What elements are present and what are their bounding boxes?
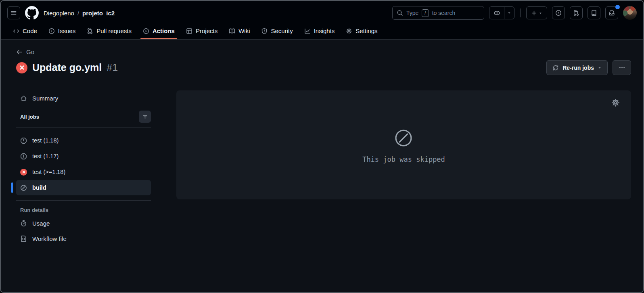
tab-settings[interactable]: Settings xyxy=(340,23,383,39)
run-options-kebab-button[interactable] xyxy=(613,60,631,75)
copilot-dropdown-button[interactable] xyxy=(504,7,514,19)
breadcrumb: Diegopleno / projeto_ic2 xyxy=(44,10,115,17)
slash-key-hint: / xyxy=(422,9,429,17)
home-icon xyxy=(20,95,27,102)
tab-code[interactable]: Code xyxy=(7,23,43,39)
back-link[interactable]: Go xyxy=(16,48,34,55)
filter-jobs-button[interactable] xyxy=(139,111,151,123)
job-detail-panel: This job was skipped xyxy=(176,90,631,199)
inbox-icon xyxy=(608,10,615,16)
sidebar-item-usage[interactable]: Usage xyxy=(16,216,151,231)
copilot-button[interactable] xyxy=(489,7,504,19)
issue-opened-icon xyxy=(48,28,55,34)
create-new-button[interactable] xyxy=(526,6,547,19)
run-number: #1 xyxy=(107,62,118,73)
chevron-down-icon xyxy=(507,11,511,15)
run-body: Summary All jobs test (1.18) xyxy=(16,90,631,246)
hamburger-icon xyxy=(10,10,17,16)
repo-icon xyxy=(591,10,597,16)
git-pull-request-icon xyxy=(87,28,93,34)
rerun-jobs-label: Re-run jobs xyxy=(562,65,594,71)
issue-opened-icon xyxy=(555,10,562,16)
sidebar-item-summary[interactable]: Summary xyxy=(16,90,151,106)
breadcrumb-repo[interactable]: projeto_ic2 xyxy=(82,10,115,17)
github-logo[interactable] xyxy=(25,6,39,20)
job-label: test (>=1.18) xyxy=(32,169,65,175)
tab-label: Projects xyxy=(196,27,217,34)
copilot-split-button xyxy=(489,6,514,19)
tab-label: Pull requests xyxy=(96,27,132,34)
all-jobs-label: All jobs xyxy=(20,114,39,120)
x-icon xyxy=(19,65,25,70)
notification-dot xyxy=(615,5,620,9)
x-icon xyxy=(22,170,25,174)
tab-label: Code xyxy=(23,27,37,34)
pull-requests-button[interactable] xyxy=(570,6,583,19)
graph-icon xyxy=(304,28,311,34)
search-icon xyxy=(397,10,403,16)
plus-icon xyxy=(531,10,537,16)
stopwatch-icon xyxy=(20,220,27,227)
sidebar-item-workflow-file[interactable]: Workflow file xyxy=(16,231,151,246)
tab-label: Wiki xyxy=(238,27,250,34)
rerun-jobs-button[interactable]: Re-run jobs xyxy=(546,60,608,75)
skipped-message: This job was skipped xyxy=(362,155,445,163)
chevron-down-icon xyxy=(598,66,602,70)
breadcrumb-separator: / xyxy=(77,10,79,17)
job-label: build xyxy=(32,184,46,191)
tab-label: Issues xyxy=(58,27,75,34)
back-link-label: Go xyxy=(26,48,34,55)
log-settings-gear-button[interactable] xyxy=(611,98,620,108)
run-details-header: Run details xyxy=(20,207,151,213)
sidebar-divider xyxy=(16,200,151,201)
table-icon xyxy=(186,28,192,34)
filter-icon xyxy=(142,114,148,120)
tab-projects[interactable]: Projects xyxy=(180,23,223,39)
stale-octagon-icon xyxy=(20,137,27,144)
stale-octagon-icon xyxy=(20,153,27,160)
repo-button[interactable] xyxy=(588,6,600,19)
skipped-message-block: This job was skipped xyxy=(362,129,445,163)
tab-pull-requests[interactable]: Pull requests xyxy=(81,23,137,39)
search-placeholder-prefix: Type xyxy=(406,10,418,16)
shield-icon xyxy=(261,28,268,34)
tab-issues[interactable]: Issues xyxy=(43,23,81,39)
job-item-build[interactable]: build xyxy=(16,180,151,195)
header-divider xyxy=(520,8,521,17)
job-item-test-1-17[interactable]: test (1.17) xyxy=(16,149,151,164)
tab-label: Actions xyxy=(153,27,175,34)
play-icon xyxy=(143,28,149,34)
job-label: test (1.18) xyxy=(32,137,59,144)
repo-nav-tabs: Code Issues Pull requests Actions Projec… xyxy=(7,23,637,39)
circle-slash-icon xyxy=(394,129,413,147)
gear-icon xyxy=(611,98,620,107)
breadcrumb-owner[interactable]: Diegopleno xyxy=(44,10,74,17)
run-title-row: Update go.yml #1 Re-run jobs xyxy=(16,60,631,75)
browser-window: Diegopleno / projeto_ic2 Type / to searc… xyxy=(0,0,644,293)
tab-wiki[interactable]: Wiki xyxy=(223,23,255,39)
tab-actions[interactable]: Actions xyxy=(137,23,180,39)
search-placeholder-suffix: to search xyxy=(432,10,456,16)
notifications-wrap xyxy=(605,6,618,19)
sidebar-usage-label: Usage xyxy=(32,220,50,227)
tab-label: Security xyxy=(271,27,293,34)
tab-label: Settings xyxy=(355,27,377,34)
tab-security[interactable]: Security xyxy=(255,23,298,39)
search-input[interactable]: Type / to search xyxy=(392,6,484,20)
sidebar-divider xyxy=(16,128,151,128)
sidebar-summary-label: Summary xyxy=(32,95,58,102)
avatar[interactable] xyxy=(623,6,637,20)
page-title: Update go.yml xyxy=(32,62,102,73)
hamburger-menu-button[interactable] xyxy=(7,6,20,19)
chevron-down-icon xyxy=(539,11,542,15)
git-pull-request-icon xyxy=(573,10,579,16)
job-item-test-gte-1-18[interactable]: test (>=1.18) xyxy=(16,164,151,180)
issues-button[interactable] xyxy=(552,6,565,19)
page-content: Go Update go.yml #1 Re-run jobs xyxy=(1,40,643,292)
all-jobs-row: All jobs xyxy=(16,111,151,123)
run-failed-status-icon xyxy=(16,62,27,73)
tab-insights[interactable]: Insights xyxy=(299,23,341,39)
job-item-test-1-18[interactable]: test (1.18) xyxy=(16,133,151,148)
job-label: test (1.17) xyxy=(32,153,59,159)
arrow-left-icon xyxy=(16,49,23,55)
